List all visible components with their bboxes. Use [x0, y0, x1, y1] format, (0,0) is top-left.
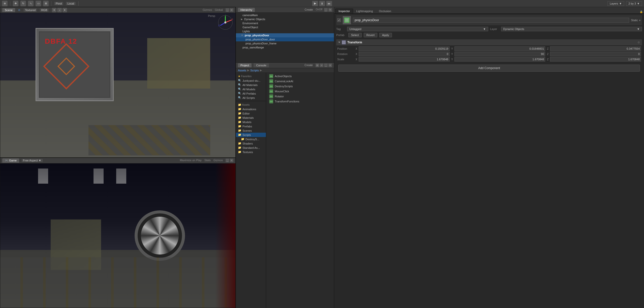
hierarchy-minimize-btn[interactable]: _: [324, 8, 328, 12]
rotation-x-input[interactable]: [359, 52, 450, 56]
script-item-activeObjects[interactable]: C# ActiveObjects: [268, 74, 332, 79]
sidebar-item-allPrefabs[interactable]: 🔍 All Prefabs: [236, 91, 266, 96]
move-tool-icon[interactable]: ✥: [13, 1, 18, 6]
hierarchy-tab[interactable]: Hierarchy: [238, 8, 255, 12]
maximize-on-play-btn[interactable]: Maximize on Play: [180, 159, 201, 162]
transform-section-header[interactable]: Transform ⚙: [336, 39, 642, 45]
scene-fx-icon[interactable]: ✦: [63, 8, 67, 12]
hierarchy-create-btn[interactable]: Create: [304, 8, 313, 12]
sidebar-item-junkyard[interactable]: 🔍 Junkyard stu...: [236, 78, 266, 83]
sidebar-item-scripts[interactable]: 📁 Scripts: [236, 133, 266, 137]
project-icon-btn2[interactable]: ≡: [320, 64, 323, 67]
hierarchy-item-propPhysicsDoor[interactable]: ▼ prop_physicsDoor: [236, 33, 334, 37]
project-icon-btn1[interactable]: ⊞: [316, 64, 319, 67]
position-y-input[interactable]: [454, 46, 545, 51]
game-close-btn[interactable]: ✕: [230, 159, 233, 162]
game-minimize-btn[interactable]: _: [226, 159, 229, 162]
scene-close-btn[interactable]: ✕: [230, 8, 233, 12]
prefab-select-btn[interactable]: Select: [348, 33, 362, 37]
scene-tab[interactable]: Scene: [2, 8, 15, 12]
scale-tool-icon[interactable]: ⤡: [28, 1, 34, 6]
lock-icon[interactable]: 🔒: [639, 10, 643, 13]
scene-viewport[interactable]: DBFA 12 Persp X: [0, 13, 235, 158]
sidebar-item-prefabs[interactable]: 📁 Prefabs: [236, 124, 266, 128]
transform-settings-icon[interactable]: ⚙: [637, 41, 640, 44]
scale-z-input[interactable]: [550, 57, 641, 62]
scene-audio-icon[interactable]: ♪: [57, 8, 62, 12]
project-create-btn[interactable]: Create: [304, 64, 313, 67]
script-item-transformFunctions[interactable]: C# TransformFunctions: [268, 99, 332, 104]
transform-tool-icon[interactable]: ⊞: [43, 1, 49, 6]
sidebar-item-allScripts[interactable]: 🔍 All Scripts: [236, 96, 266, 100]
script-item-rotator[interactable]: C# Rotator: [268, 94, 332, 99]
add-component-button[interactable]: Add Component: [338, 65, 640, 72]
stats-btn[interactable]: Stats: [204, 159, 211, 162]
sidebar-item-allModels[interactable]: 🔍 All Models: [236, 87, 266, 91]
scale-y-input[interactable]: [454, 57, 545, 62]
hierarchy-item-lights[interactable]: Lights: [236, 29, 334, 33]
position-z-input[interactable]: [550, 46, 641, 51]
sidebar-item-destroys[interactable]: 📁 DestroyS...: [236, 137, 266, 141]
project-minimize-btn[interactable]: _: [324, 64, 328, 67]
rotation-z-input[interactable]: [550, 52, 641, 56]
hierarchy-item-propSamoflange[interactable]: prop_samoflange: [236, 45, 334, 49]
hierarchy-close-btn[interactable]: ✕: [328, 8, 332, 12]
inspector-tab-inspector[interactable]: Inspector: [335, 9, 353, 13]
sidebar-item-editor[interactable]: 📁 Editor: [236, 111, 266, 116]
play-button[interactable]: ▶: [312, 1, 318, 6]
sidebar-item-animations[interactable]: 📁 Animations: [236, 107, 266, 111]
prefab-revert-btn[interactable]: Revert: [364, 33, 377, 37]
prefab-apply-btn[interactable]: Apply: [379, 33, 392, 37]
scale-x-input[interactable]: [359, 57, 450, 62]
rotation-y-input[interactable]: [454, 52, 545, 56]
object-name-input[interactable]: [353, 18, 629, 23]
game-viewport[interactable]: [0, 163, 235, 308]
script-item-mouseClick[interactable]: C# MouseClick: [268, 89, 332, 94]
hierarchy-item-environment[interactable]: Environment: [236, 21, 334, 25]
sidebar-item-standardassets[interactable]: 📁 Standard As...: [236, 146, 266, 150]
sidebar-item-materials[interactable]: 📁 Materials: [236, 116, 266, 120]
scene-view-mode[interactable]: Textured: [23, 8, 37, 12]
object-active-checkbox[interactable]: ✓: [337, 18, 341, 22]
layers-dropdown[interactable]: Layers ▼: [607, 1, 624, 6]
hierarchy-item-dynamicObjects[interactable]: ▶ Dynamic Objects: [236, 17, 334, 21]
scene-light-icon[interactable]: ☀: [52, 8, 56, 12]
hierarchy-item-gameObject[interactable]: GameObject: [236, 25, 334, 29]
sidebar-item-models[interactable]: 📁 Models: [236, 120, 266, 124]
pause-button[interactable]: ⏸: [319, 1, 325, 6]
layout-dropdown[interactable]: 2 by 3 ▼: [626, 1, 642, 6]
game-tab[interactable]: 🎮 Game: [2, 158, 19, 163]
aspect-dropdown[interactable]: Free Aspect ▼: [21, 158, 43, 162]
pivot-dropdown[interactable]: Pivot: [54, 2, 64, 6]
unity-logo-icon[interactable]: ⊕: [2, 1, 8, 6]
sidebar-item-allMaterials[interactable]: 🔍 All Materials: [236, 83, 266, 87]
game-gizmos-btn[interactable]: Gizmos: [213, 159, 223, 162]
script-item-destroyScripts[interactable]: C# DestroyScripts: [268, 84, 332, 89]
svg-text:X: X: [232, 18, 233, 20]
tag-dropdown[interactable]: Untagged ▼: [347, 27, 488, 31]
gizmos-dropdown[interactable]: Gizmos: [203, 8, 212, 12]
rotate-tool-icon[interactable]: ↻: [20, 1, 26, 6]
console-tab[interactable]: Console: [254, 63, 269, 67]
local-dropdown[interactable]: Local: [66, 2, 76, 6]
hierarchy-item-cameraMain[interactable]: cameraMain: [236, 13, 334, 17]
breadcrumb-scripts[interactable]: Scripts: [250, 69, 259, 72]
project-close-btn[interactable]: ✕: [328, 64, 332, 67]
inspector-tab-occlusion[interactable]: Occlusion: [376, 9, 394, 13]
step-button[interactable]: ⏭: [326, 1, 332, 6]
layer-dropdown[interactable]: Dynamic Objects ▼: [501, 27, 642, 31]
inspector-tab-lightmapping[interactable]: Lightmapping: [353, 9, 376, 13]
scene-channel[interactable]: RGB: [39, 8, 49, 12]
hierarchy-item-propPhysicsDoorDoor[interactable]: prop_physicsDoor_door: [236, 37, 334, 41]
rect-tool-icon[interactable]: ▭: [36, 1, 41, 6]
sidebar-item-scenes[interactable]: 📁 Scenes: [236, 128, 266, 133]
project-tab[interactable]: Project: [238, 63, 252, 67]
sidebar-item-textures[interactable]: 📁 Textures: [236, 150, 266, 154]
breadcrumb-assets[interactable]: Assets: [238, 69, 246, 72]
position-x-input[interactable]: [359, 46, 450, 51]
global-btn[interactable]: Global: [215, 8, 223, 12]
script-item-cameraLookAt[interactable]: C# CameraLookAt: [268, 79, 332, 84]
scene-minimize-btn[interactable]: _: [226, 8, 229, 12]
hierarchy-item-propPhysicsDoorFrame[interactable]: prop_physicsDoor_frame: [236, 41, 334, 45]
sidebar-item-shaders[interactable]: 📁 Shaders: [236, 141, 266, 146]
